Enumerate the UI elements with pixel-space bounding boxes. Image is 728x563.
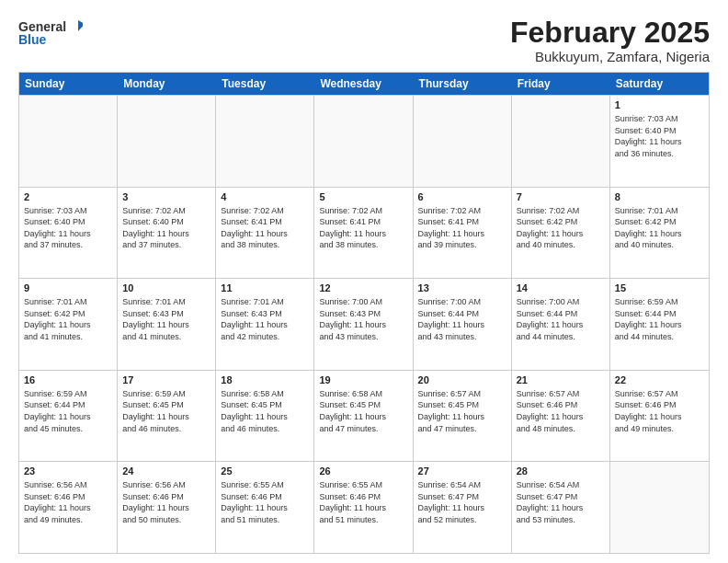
cal-cell: 28Sunrise: 6:54 AM Sunset: 6:47 PM Dayli… [512,462,610,553]
title-block: February 2025 Bukkuyum, Zamfara, Nigeria [510,17,710,64]
subtitle: Bukkuyum, Zamfara, Nigeria [510,49,710,64]
cal-header-cell: Wednesday [314,73,413,95]
cal-cell [19,96,118,187]
day-number: 24 [122,465,210,478]
day-number: 11 [221,282,309,295]
day-info: Sunrise: 7:02 AM Sunset: 6:41 PM Dayligh… [221,205,309,251]
day-number: 18 [221,373,309,387]
day-info: Sunrise: 7:01 AM Sunset: 6:43 PM Dayligh… [221,296,309,342]
cal-cell: 14Sunrise: 7:00 AM Sunset: 6:44 PM Dayli… [512,279,610,370]
day-info: Sunrise: 7:02 AM Sunset: 6:41 PM Dayligh… [319,205,407,251]
header: General Blue February 2025 Bukkuyum, Zam… [18,17,710,64]
logo: General Blue [18,17,83,50]
day-info: Sunrise: 7:01 AM Sunset: 6:42 PM Dayligh… [24,296,112,342]
cal-cell: 26Sunrise: 6:55 AM Sunset: 6:46 PM Dayli… [314,462,413,553]
cal-week-1: 1Sunrise: 7:03 AM Sunset: 6:40 PM Daylig… [19,95,709,187]
day-number: 16 [24,373,112,387]
cal-week-2: 2Sunrise: 7:03 AM Sunset: 6:40 PM Daylig… [19,187,709,279]
cal-cell: 25Sunrise: 6:55 AM Sunset: 6:46 PM Dayli… [216,462,314,553]
day-info: Sunrise: 6:58 AM Sunset: 6:45 PM Dayligh… [221,388,309,434]
cal-header-cell: Saturday [610,73,709,95]
cal-cell: 21Sunrise: 6:57 AM Sunset: 6:46 PM Dayli… [512,371,610,462]
day-number: 9 [24,282,112,295]
calendar-body: 1Sunrise: 7:03 AM Sunset: 6:40 PM Daylig… [19,95,709,553]
cal-header-cell: Thursday [414,73,512,95]
cal-cell: 13Sunrise: 7:00 AM Sunset: 6:44 PM Dayli… [414,279,512,370]
cal-cell: 24Sunrise: 6:56 AM Sunset: 6:46 PM Dayli… [118,462,216,553]
day-number: 7 [517,190,605,204]
day-number: 8 [615,190,704,204]
day-info: Sunrise: 7:00 AM Sunset: 6:44 PM Dayligh… [418,296,506,342]
cal-cell [414,96,512,187]
cal-cell: 12Sunrise: 7:00 AM Sunset: 6:43 PM Dayli… [314,279,413,370]
day-info: Sunrise: 7:02 AM Sunset: 6:41 PM Dayligh… [418,205,506,251]
day-number: 4 [221,190,309,204]
day-number: 28 [517,465,605,478]
day-info: Sunrise: 6:55 AM Sunset: 6:46 PM Dayligh… [319,479,407,525]
day-info: Sunrise: 7:01 AM Sunset: 6:42 PM Dayligh… [615,205,704,251]
day-number: 27 [418,465,506,478]
day-number: 19 [319,373,407,387]
cal-cell [118,96,216,187]
day-number: 14 [517,282,605,295]
cal-cell: 7Sunrise: 7:02 AM Sunset: 6:42 PM Daylig… [512,188,610,279]
cal-cell: 15Sunrise: 6:59 AM Sunset: 6:44 PM Dayli… [610,279,709,370]
cal-cell: 6Sunrise: 7:02 AM Sunset: 6:41 PM Daylig… [414,188,512,279]
day-info: Sunrise: 6:59 AM Sunset: 6:45 PM Dayligh… [122,388,210,434]
cal-cell: 16Sunrise: 6:59 AM Sunset: 6:44 PM Dayli… [19,371,118,462]
day-info: Sunrise: 7:03 AM Sunset: 6:40 PM Dayligh… [24,205,112,251]
day-number: 6 [418,190,506,204]
day-number: 3 [122,190,210,204]
day-info: Sunrise: 6:57 AM Sunset: 6:45 PM Dayligh… [418,388,506,434]
cal-header-cell: Sunday [19,73,118,95]
cal-cell: 1Sunrise: 7:03 AM Sunset: 6:40 PM Daylig… [610,96,709,187]
day-number: 13 [418,282,506,295]
svg-marker-2 [78,20,83,31]
day-info: Sunrise: 6:58 AM Sunset: 6:45 PM Dayligh… [319,388,407,434]
day-number: 15 [615,282,704,295]
cal-cell: 11Sunrise: 7:01 AM Sunset: 6:43 PM Dayli… [216,279,314,370]
day-number: 21 [517,373,605,387]
day-number: 2 [24,190,112,204]
cal-header-cell: Tuesday [216,73,314,95]
calendar: SundayMondayTuesdayWednesdayThursdayFrid… [18,72,710,554]
cal-cell: 2Sunrise: 7:03 AM Sunset: 6:40 PM Daylig… [19,188,118,279]
day-number: 20 [418,373,506,387]
day-info: Sunrise: 6:56 AM Sunset: 6:46 PM Dayligh… [24,479,112,525]
day-info: Sunrise: 6:57 AM Sunset: 6:46 PM Dayligh… [615,388,704,434]
cal-cell: 4Sunrise: 7:02 AM Sunset: 6:41 PM Daylig… [216,188,314,279]
day-info: Sunrise: 6:57 AM Sunset: 6:46 PM Dayligh… [517,388,605,434]
main-title: February 2025 [510,17,710,49]
day-info: Sunrise: 7:03 AM Sunset: 6:40 PM Dayligh… [615,113,704,159]
day-info: Sunrise: 7:02 AM Sunset: 6:40 PM Dayligh… [122,205,210,251]
cal-cell: 9Sunrise: 7:01 AM Sunset: 6:42 PM Daylig… [19,279,118,370]
day-number: 26 [319,465,407,478]
page: General Blue February 2025 Bukkuyum, Zam… [0,0,728,563]
cal-cell: 27Sunrise: 6:54 AM Sunset: 6:47 PM Dayli… [414,462,512,553]
day-info: Sunrise: 7:00 AM Sunset: 6:43 PM Dayligh… [319,296,407,342]
day-info: Sunrise: 6:54 AM Sunset: 6:47 PM Dayligh… [418,479,506,525]
day-number: 10 [122,282,210,295]
day-info: Sunrise: 7:01 AM Sunset: 6:43 PM Dayligh… [122,296,210,342]
day-info: Sunrise: 6:59 AM Sunset: 6:44 PM Dayligh… [615,296,704,342]
cal-cell [216,96,314,187]
calendar-header: SundayMondayTuesdayWednesdayThursdayFrid… [19,73,709,95]
cal-week-5: 23Sunrise: 6:56 AM Sunset: 6:46 PM Dayli… [19,461,709,553]
cal-cell: 22Sunrise: 6:57 AM Sunset: 6:46 PM Dayli… [610,371,709,462]
cal-cell: 18Sunrise: 6:58 AM Sunset: 6:45 PM Dayli… [216,371,314,462]
cal-week-4: 16Sunrise: 6:59 AM Sunset: 6:44 PM Dayli… [19,370,709,462]
cal-cell [610,462,709,553]
cal-week-3: 9Sunrise: 7:01 AM Sunset: 6:42 PM Daylig… [19,278,709,370]
day-number: 1 [615,98,704,112]
cal-cell: 8Sunrise: 7:01 AM Sunset: 6:42 PM Daylig… [610,188,709,279]
cal-header-cell: Monday [118,73,216,95]
cal-cell: 23Sunrise: 6:56 AM Sunset: 6:46 PM Dayli… [19,462,118,553]
cal-header-cell: Friday [512,73,610,95]
cal-cell [314,96,413,187]
day-info: Sunrise: 6:59 AM Sunset: 6:44 PM Dayligh… [24,388,112,434]
day-info: Sunrise: 6:55 AM Sunset: 6:46 PM Dayligh… [221,479,309,525]
cal-cell: 20Sunrise: 6:57 AM Sunset: 6:45 PM Dayli… [414,371,512,462]
cal-cell: 10Sunrise: 7:01 AM Sunset: 6:43 PM Dayli… [118,279,216,370]
cal-cell: 3Sunrise: 7:02 AM Sunset: 6:40 PM Daylig… [118,188,216,279]
cal-cell: 5Sunrise: 7:02 AM Sunset: 6:41 PM Daylig… [314,188,413,279]
